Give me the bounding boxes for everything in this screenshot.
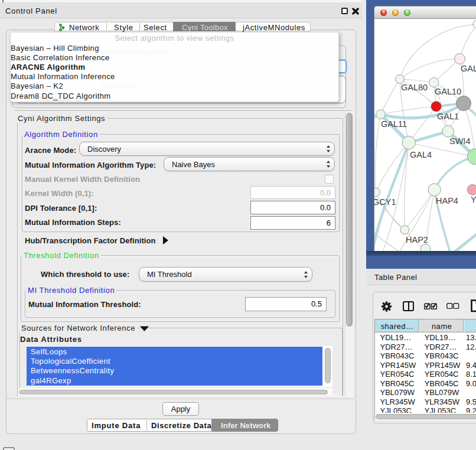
svg-text:HAP4: HAP4 bbox=[436, 196, 458, 206]
svg-text:GAL11: GAL11 bbox=[381, 119, 407, 129]
svg-text:SWI4: SWI4 bbox=[449, 136, 470, 146]
svg-text:GAL2: GAL2 bbox=[461, 64, 476, 73]
svg-text:HAP2: HAP2 bbox=[406, 235, 428, 244]
svg-text:GAL1: GAL1 bbox=[437, 112, 459, 121]
svg-text:YH: YH bbox=[471, 195, 476, 204]
svg-text:GCY1: GCY1 bbox=[374, 197, 396, 207]
svg-text:GAL80: GAL80 bbox=[401, 83, 428, 92]
svg-text:GAL10: GAL10 bbox=[435, 87, 461, 96]
svg-text:GAL4: GAL4 bbox=[410, 150, 432, 159]
